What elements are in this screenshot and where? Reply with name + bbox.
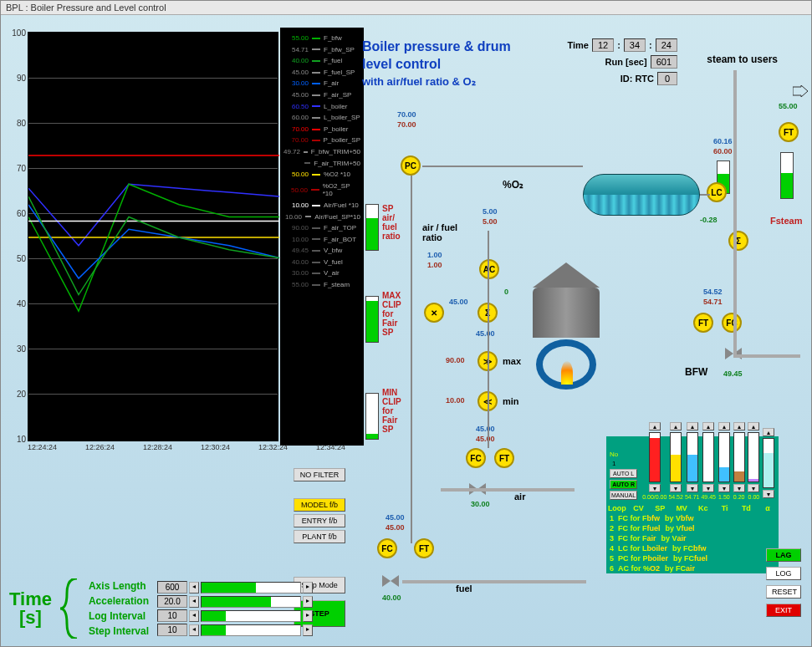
fc-fuel-sp: 45.00 xyxy=(386,513,405,522)
increase-button[interactable]: ▸ xyxy=(303,582,313,594)
loop-row[interactable]: 2FC for Ffuelby Vfuel xyxy=(606,523,779,533)
lc-pv: 60.00 xyxy=(713,147,733,155)
decrease-button[interactable]: ◂ xyxy=(189,596,199,608)
sp-ratio-label: SP air/ fuel ratio xyxy=(382,204,401,241)
increase-button[interactable]: ▸ xyxy=(303,596,313,608)
multiply-icon: ✕ xyxy=(424,303,444,323)
lc-controller[interactable]: LC xyxy=(707,182,727,202)
bar-down-button[interactable]: ▾ xyxy=(702,484,714,492)
bar-up-button[interactable]: ▴ xyxy=(748,422,759,430)
loop-row[interactable]: 1FC for Fbfwby Vbfw xyxy=(606,513,779,523)
fc-fuel[interactable]: FC xyxy=(377,538,397,558)
loop-bar[interactable] xyxy=(718,432,730,482)
sum-out: 45.00 xyxy=(476,329,495,338)
min-clip-bar[interactable] xyxy=(365,393,379,440)
decrease-button[interactable]: ◂ xyxy=(189,582,199,594)
time-s: 24 xyxy=(656,38,677,52)
reset-button[interactable]: RESET xyxy=(766,585,801,599)
manual-button[interactable]: MANUAL xyxy=(610,491,637,500)
setting-value[interactable]: 10 xyxy=(157,609,187,622)
increase-button[interactable]: ▸ xyxy=(303,610,313,622)
setting-value[interactable]: 10 xyxy=(157,624,187,636)
ac-controller[interactable]: AC xyxy=(479,259,499,279)
bar-down-button[interactable]: ▾ xyxy=(649,484,661,492)
bar-up-button[interactable]: ▴ xyxy=(718,422,730,430)
loop-row[interactable]: 4LC for Lboilerby FCbfw xyxy=(606,543,779,553)
loop-bar[interactable] xyxy=(763,438,774,488)
v-air: 30.00 xyxy=(471,500,490,508)
plot-area[interactable] xyxy=(28,32,278,441)
run-sec: 601 xyxy=(651,55,677,69)
bar-down-button[interactable]: ▾ xyxy=(670,484,682,492)
loop-bar[interactable] xyxy=(687,432,698,482)
setting-value[interactable]: 600 xyxy=(157,581,187,594)
loop-row[interactable]: 5PC for Pboilerby FCfuel xyxy=(606,553,779,563)
bar-down-button[interactable]: ▾ xyxy=(687,484,698,492)
plant-fb-button[interactable]: PLANT f/b xyxy=(294,530,345,543)
loop-bar[interactable] xyxy=(649,432,661,482)
sp-ratio-bar[interactable] xyxy=(365,204,379,251)
setting-value[interactable]: 20.0 xyxy=(157,595,187,608)
setting-slider[interactable] xyxy=(201,624,301,636)
id-val: 0 xyxy=(657,72,677,85)
entry-fb-button[interactable]: ENTRY f/b xyxy=(294,514,345,527)
bar-down-button[interactable]: ▾ xyxy=(718,484,730,492)
fuel-valve-icon[interactable] xyxy=(382,575,399,587)
fsteam-label: Fsteam xyxy=(770,216,803,226)
setting-slider[interactable] xyxy=(201,582,301,594)
loop-bar[interactable] xyxy=(702,432,714,482)
setting-slider[interactable] xyxy=(201,596,301,608)
bar-up-button[interactable]: ▴ xyxy=(687,422,698,430)
loop-row[interactable]: 3FC for Fairby Vair xyxy=(606,533,779,543)
fc-bfw[interactable]: FC xyxy=(722,313,742,333)
bar-down-button[interactable]: ▾ xyxy=(733,484,745,492)
model-fb-button[interactable]: MODEL f/b xyxy=(294,498,345,512)
axis-length-label: Axis Length xyxy=(89,578,149,594)
bar-up-button[interactable]: ▴ xyxy=(733,422,745,430)
fc-air-pv: 45.00 xyxy=(476,435,495,443)
bar-up-button[interactable]: ▴ xyxy=(702,422,714,430)
lc-out: -0.28 xyxy=(700,216,718,224)
auto-l-button[interactable]: AUTO L xyxy=(610,469,637,478)
auto-r-button[interactable]: AUTO R xyxy=(610,480,637,489)
decrease-button[interactable]: ◂ xyxy=(189,610,199,622)
time-m: 34 xyxy=(624,38,646,52)
loop-bar[interactable] xyxy=(748,432,759,482)
no-filter-button[interactable]: NO FILTER xyxy=(294,468,345,481)
max-clip-label: MAX CLIP for Fair SP xyxy=(382,291,401,337)
loop-table: No 1 AUTO L AUTO R MANUAL ▴▾0.00/0.00▴▾5… xyxy=(606,436,779,573)
exit-button[interactable]: EXIT xyxy=(766,604,801,617)
loop-row[interactable]: 6AC for %O2by FCair xyxy=(606,563,779,573)
loop-bar[interactable] xyxy=(733,432,745,482)
bar-down-button[interactable]: ▾ xyxy=(763,490,774,498)
lag-button[interactable]: LAG xyxy=(766,548,801,562)
max-clip-bar[interactable] xyxy=(365,296,379,343)
fc-bfw-sp: 54.52 xyxy=(703,288,723,296)
bfw-label: BFW xyxy=(685,366,707,378)
ft-steam-val: 55.00 xyxy=(779,102,798,110)
bar-up-button[interactable]: ▴ xyxy=(763,428,774,436)
bar-up-button[interactable]: ▴ xyxy=(670,422,682,430)
log-interval-label: Log Interval xyxy=(89,609,149,624)
steam-drum-icon xyxy=(583,174,700,216)
fsteam-bar[interactable] xyxy=(780,152,794,199)
setting-slider[interactable] xyxy=(201,610,301,622)
pc-controller[interactable]: PC xyxy=(401,155,421,176)
min-clip-label: MIN CLIP for Fair SP xyxy=(382,388,401,434)
min-val: 10.00 xyxy=(446,396,465,405)
ft-fuel: FT xyxy=(414,538,434,558)
v-fuel: 40.00 xyxy=(382,594,401,602)
air-label: air xyxy=(514,492,525,502)
fc-air[interactable]: FC xyxy=(466,448,486,468)
log-button[interactable]: LOG xyxy=(766,567,801,580)
bar-down-button[interactable]: ▾ xyxy=(748,484,759,492)
loop-bar[interactable] xyxy=(670,432,682,482)
min-label: min xyxy=(503,396,519,406)
fc-fuel-pv: 45.00 xyxy=(386,523,405,532)
status-panel: Time 12: 34: 24 Run [sec] 601 ID: RTC 0 xyxy=(567,38,677,89)
loop-no-val[interactable]: 1 xyxy=(610,460,637,467)
decrease-button[interactable]: ◂ xyxy=(189,624,199,636)
bar-up-button[interactable]: ▴ xyxy=(649,422,661,430)
fc-bfw-pv: 54.71 xyxy=(703,298,723,306)
increase-button[interactable]: ▸ xyxy=(303,624,313,636)
